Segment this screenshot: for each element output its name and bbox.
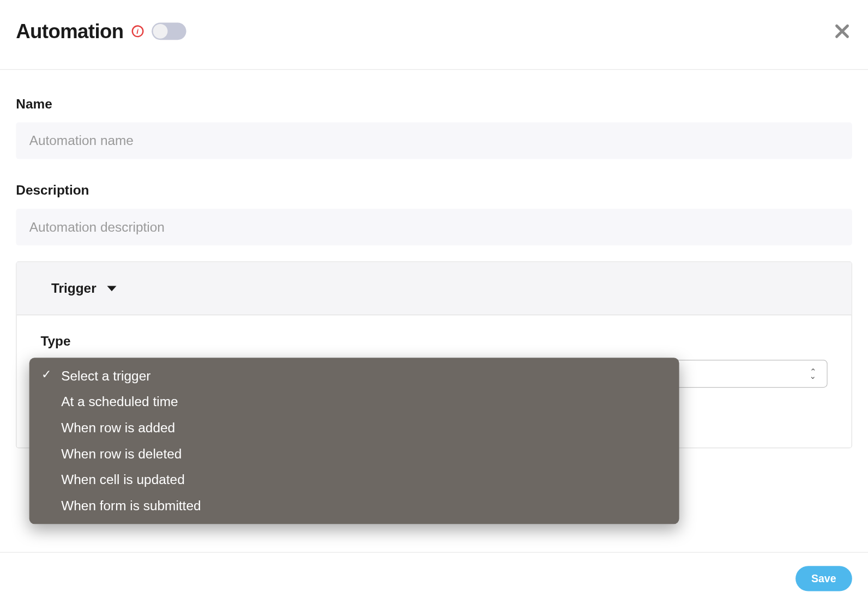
info-icon[interactable]: i — [131, 25, 143, 37]
page-title: Automation — [16, 20, 123, 43]
dropdown-option-form-submitted[interactable]: When form is submitted — [29, 493, 679, 519]
description-group: Description — [16, 183, 852, 246]
trigger-title: Trigger — [51, 281, 97, 296]
type-label: Type — [40, 334, 827, 349]
description-label: Description — [16, 183, 852, 198]
dropdown-option-row-deleted[interactable]: When row is deleted — [29, 441, 679, 467]
dropdown-option-select-trigger[interactable]: Select a trigger — [29, 363, 679, 389]
save-button[interactable]: Save — [795, 566, 852, 591]
description-input[interactable] — [16, 209, 852, 245]
toggle-knob — [153, 24, 167, 39]
dropdown-option-row-added[interactable]: When row is added — [29, 415, 679, 441]
automation-modal: Automation i Name Description Trigger — [0, 0, 868, 604]
trigger-type-dropdown: Select a trigger At a scheduled time Whe… — [29, 358, 679, 524]
dropdown-option-cell-updated[interactable]: When cell is updated — [29, 467, 679, 493]
trigger-header[interactable]: Trigger — [17, 262, 852, 316]
modal-footer: Save — [0, 552, 868, 604]
dropdown-option-scheduled-time[interactable]: At a scheduled time — [29, 389, 679, 415]
name-input[interactable] — [16, 122, 852, 159]
header-left: Automation i — [16, 20, 186, 43]
name-label: Name — [16, 96, 852, 112]
modal-header: Automation i — [0, 0, 868, 70]
automation-toggle[interactable] — [152, 22, 186, 40]
close-icon — [833, 22, 851, 40]
close-button[interactable] — [832, 21, 852, 41]
name-group: Name — [16, 96, 852, 159]
caret-down-icon — [107, 286, 116, 291]
select-chevrons-icon: ⌃ ⌃ — [810, 370, 816, 378]
